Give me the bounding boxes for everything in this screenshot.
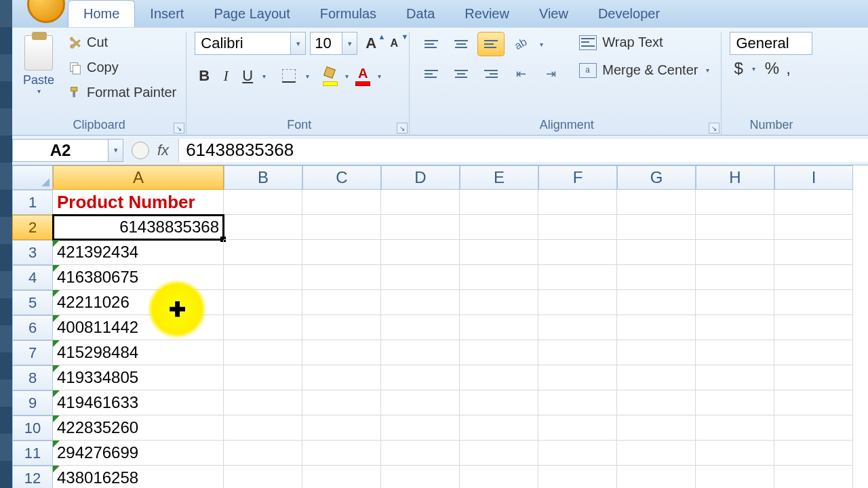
tab-home[interactable]: Home (68, 0, 135, 27)
font-size-dropdown-icon[interactable]: ▾ (342, 33, 357, 54)
cell[interactable] (774, 466, 853, 488)
cell[interactable] (617, 365, 696, 390)
cell[interactable] (774, 265, 853, 290)
align-top-button[interactable] (418, 32, 445, 56)
orientation-button[interactable]: ab (507, 32, 534, 56)
col-header-d[interactable]: D (381, 165, 460, 190)
cell[interactable] (617, 340, 696, 365)
cell[interactable] (617, 215, 696, 240)
row-header-10[interactable]: 10 (12, 415, 53, 441)
cell-a7[interactable]: 415298484 (53, 340, 224, 365)
row-header-1[interactable]: 1 (12, 190, 53, 215)
underline-dropdown-icon[interactable]: ▾ (260, 73, 268, 80)
cell[interactable] (381, 415, 460, 441)
cell[interactable] (538, 441, 617, 466)
cell[interactable] (224, 390, 302, 415)
col-header-g[interactable]: G (617, 165, 696, 190)
cell[interactable] (538, 265, 617, 290)
cell[interactable] (774, 290, 853, 315)
align-middle-button[interactable] (448, 32, 475, 56)
cancel-formula-icon[interactable] (132, 142, 149, 159)
cell[interactable] (302, 290, 381, 315)
cell[interactable] (538, 365, 617, 390)
cut-button[interactable]: Cut (64, 32, 180, 53)
number-format-combo[interactable]: General (730, 32, 812, 55)
cell[interactable] (617, 415, 696, 441)
tab-data[interactable]: Data (391, 1, 450, 27)
cell[interactable] (224, 265, 302, 290)
cell[interactable] (774, 315, 853, 340)
cell[interactable] (302, 390, 381, 415)
cell[interactable] (381, 441, 460, 466)
cell[interactable] (302, 215, 381, 240)
cell[interactable] (381, 290, 460, 315)
cell[interactable] (460, 265, 538, 290)
cell[interactable] (538, 390, 617, 415)
tab-view[interactable]: View (524, 1, 583, 27)
increase-indent-button[interactable]: ⇥ (537, 62, 564, 86)
tab-review[interactable]: Review (450, 1, 524, 27)
cell-a11[interactable]: 294276699 (53, 441, 224, 466)
font-color-dropdown-icon[interactable]: ▾ (375, 73, 383, 80)
cell[interactable] (538, 466, 617, 488)
cell[interactable] (381, 466, 460, 488)
font-size-combo[interactable]: 10 ▾ (310, 32, 357, 55)
cell[interactable] (696, 441, 774, 466)
cell[interactable] (538, 290, 617, 315)
cell[interactable] (460, 240, 538, 265)
currency-button[interactable]: $ (734, 59, 743, 78)
cell[interactable] (381, 315, 460, 340)
row-header-12[interactable]: 12 (12, 466, 53, 488)
cell[interactable] (381, 365, 460, 390)
cell[interactable] (696, 290, 774, 315)
cell[interactable] (224, 365, 302, 390)
cell[interactable] (774, 365, 853, 390)
col-header-f[interactable]: F (538, 165, 617, 190)
row-header-9[interactable]: 9 (12, 390, 53, 415)
cell[interactable] (696, 365, 774, 390)
cell[interactable] (617, 265, 696, 290)
cell[interactable] (538, 340, 617, 365)
cell[interactable] (302, 415, 381, 441)
grow-font-button[interactable]: A▲ (361, 34, 380, 53)
cell-a3[interactable]: 421392434 (53, 240, 224, 265)
cell[interactable] (696, 340, 774, 365)
row-header-6[interactable]: 6 (12, 315, 53, 340)
cell[interactable] (774, 441, 853, 466)
cell-b1[interactable] (224, 190, 302, 215)
cell[interactable] (224, 441, 302, 466)
clipboard-launcher-icon[interactable]: ↘ (174, 123, 184, 134)
name-box[interactable]: A2 ▾ (12, 139, 123, 162)
cell[interactable] (617, 390, 696, 415)
cell[interactable] (538, 315, 617, 340)
shrink-font-button[interactable]: A▼ (384, 34, 403, 53)
fx-icon[interactable]: fx (157, 142, 169, 159)
orientation-dropdown-icon[interactable]: ▾ (537, 41, 545, 48)
cell[interactable] (460, 441, 538, 466)
cell[interactable] (696, 315, 774, 340)
tab-insert[interactable]: Insert (135, 1, 199, 27)
underline-button[interactable]: U (238, 66, 257, 85)
col-header-e[interactable]: E (460, 165, 538, 190)
tab-formulas[interactable]: Formulas (305, 1, 391, 27)
cell[interactable] (460, 215, 538, 240)
cell[interactable] (302, 315, 381, 340)
format-painter-button[interactable]: Format Painter (64, 82, 180, 103)
cell[interactable] (774, 390, 853, 415)
cell[interactable] (460, 466, 538, 488)
cell[interactable] (224, 315, 302, 340)
cell[interactable] (774, 190, 853, 215)
cell[interactable] (381, 340, 460, 365)
cell[interactable] (460, 415, 538, 441)
cell-a2-selected[interactable]: 61438835368 (53, 215, 224, 240)
tab-developer[interactable]: Developer (583, 1, 675, 27)
cell[interactable] (696, 390, 774, 415)
font-name-dropdown-icon[interactable]: ▾ (290, 33, 305, 54)
cell-a9[interactable]: 419461633 (53, 390, 224, 415)
font-launcher-icon[interactable]: ↘ (397, 123, 408, 134)
cell[interactable] (617, 466, 696, 488)
fill-color-dropdown-icon[interactable]: ▾ (342, 73, 351, 80)
copy-button[interactable]: Copy (64, 57, 180, 78)
cell[interactable] (302, 240, 381, 265)
select-all-corner[interactable] (12, 165, 53, 190)
